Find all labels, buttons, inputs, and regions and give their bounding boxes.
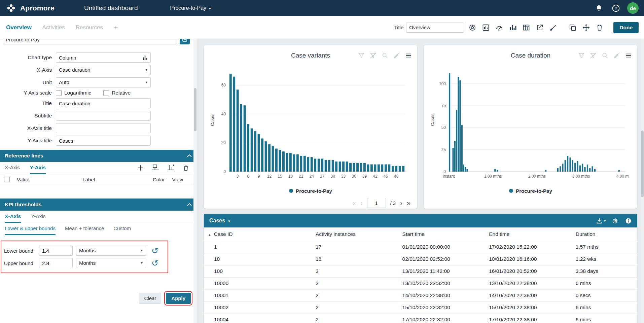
reference-tab-y-axis[interactable]: Y-Axis	[30, 162, 46, 174]
clear-button[interactable]: Clear	[139, 293, 161, 304]
lower-bound-unit-select[interactable]: Months ▾	[76, 246, 146, 256]
chart-legend[interactable]: Procure-to-Pay	[429, 186, 632, 195]
tab-title-input[interactable]	[406, 23, 464, 33]
donut-chart-widget-icon[interactable]	[467, 23, 477, 33]
cases-table: ▴Case ID Activity instances Start time E…	[204, 227, 637, 323]
delete-reference-lines-icon[interactable]	[182, 165, 189, 172]
kpi-tab-y-axis[interactable]: Y-Axis	[31, 211, 45, 223]
reference-lines-header[interactable]: Reference lines	[0, 150, 197, 162]
gauge-widget-icon[interactable]: 01	[494, 23, 504, 33]
subtab-lower-upper-bounds[interactable]: Lower & upper bounds	[5, 223, 56, 235]
panel-scrollbar[interactable]	[193, 39, 197, 323]
panel-scrollbar-thumb[interactable]	[194, 88, 196, 131]
tab-activities[interactable]: Activities	[42, 22, 65, 33]
column-duration[interactable]: Duration	[572, 227, 637, 241]
tab-overview[interactable]: Overview	[6, 22, 32, 33]
table-row[interactable]: 11701/01/2020 00:00:0017/02/2020 15:22:0…	[204, 241, 637, 253]
help-icon[interactable]: ?	[610, 2, 622, 14]
lower-bound-input[interactable]	[39, 246, 73, 256]
download-icon[interactable]: ▾	[596, 217, 606, 224]
add-tab-button[interactable]: +	[114, 24, 118, 32]
column-start-time[interactable]: Start time	[399, 227, 486, 241]
filter-icon[interactable]	[578, 52, 585, 59]
svg-text:27: 27	[320, 174, 325, 179]
upper-bound-input[interactable]	[39, 258, 73, 268]
pagination-last-icon[interactable]: »	[407, 200, 410, 206]
move-widget-icon[interactable]	[581, 23, 591, 33]
checkbox-icon[interactable]	[103, 90, 109, 96]
apply-button[interactable]: Apply	[166, 293, 191, 304]
add-band-line-icon[interactable]	[167, 164, 175, 172]
reset-upper-bound-icon[interactable]: ↺	[151, 259, 158, 267]
copy-widget-icon[interactable]	[568, 23, 578, 33]
window-scrollbar[interactable]	[641, 39, 644, 323]
chart-legend[interactable]: Procure-to-Pay	[209, 186, 412, 195]
log-options-button[interactable]	[180, 39, 190, 44]
chart-type-field[interactable]	[56, 52, 151, 63]
reference-tab-x-axis[interactable]: X-Axis	[5, 162, 20, 174]
table-row[interactable]: 10002215/10/2020 22:32:0015/10/2020 22:3…	[204, 301, 637, 314]
kpi-tab-x-axis[interactable]: X-Axis	[5, 211, 21, 223]
brush-icon[interactable]	[548, 23, 558, 33]
relative-checkbox[interactable]: Relative	[103, 90, 131, 96]
cases-selector-dropdown[interactable]: Cases ▾	[209, 218, 230, 224]
collapse-chevron-icon[interactable]	[187, 154, 192, 157]
zoom-icon[interactable]	[382, 52, 388, 59]
pagination-page-input[interactable]	[367, 198, 386, 208]
checkbox-icon[interactable]	[56, 90, 62, 96]
table-row[interactable]: 101802/01/2020 02:52:0010/01/2020 16:16:…	[204, 253, 637, 265]
done-button[interactable]: Done	[613, 22, 639, 33]
y-axis-title-input[interactable]	[56, 136, 150, 145]
chart-type-input[interactable]	[56, 53, 150, 62]
apromore-logo-icon[interactable]	[5, 2, 17, 14]
delete-widget-icon[interactable]	[595, 23, 605, 33]
annotate-off-icon[interactable]	[393, 52, 400, 59]
add-reference-line-icon[interactable]	[137, 165, 144, 171]
upper-bound-unit-select[interactable]: Months ▾	[76, 258, 146, 268]
column-case-id[interactable]: ▴Case ID	[204, 227, 312, 241]
unit-select[interactable]: Auto ▾	[56, 77, 151, 87]
chart-menu-icon[interactable]	[625, 52, 632, 59]
select-all-checkbox[interactable]	[4, 177, 10, 182]
kpi-thresholds-header[interactable]: KPI thresholds	[0, 199, 197, 211]
window-scrollbar-thumb[interactable]	[641, 131, 644, 197]
log-filter-input[interactable]	[3, 39, 176, 44]
bar-chart-widget-icon[interactable]	[508, 23, 518, 33]
annotate-off-icon[interactable]	[613, 52, 620, 59]
chart-title-input[interactable]	[56, 99, 150, 108]
column-activity-instances[interactable]: Activity instances	[312, 227, 399, 241]
collapse-chevron-icon[interactable]	[187, 203, 192, 206]
log-selector-dropdown[interactable]: Procure-to-Pay ▾	[170, 5, 211, 11]
user-avatar[interactable]: de	[627, 2, 639, 14]
table-row[interactable]: 100313/01/2020 11:42:0016/01/2020 20:52:…	[204, 265, 637, 277]
logarithmic-checkbox[interactable]: Logarithmic	[56, 90, 91, 96]
chart-box-widget-icon[interactable]	[481, 23, 491, 33]
subtab-mean-tolerance[interactable]: Mean + tolerance	[65, 223, 104, 235]
pagination-next-icon[interactable]: ›	[400, 200, 402, 206]
info-icon[interactable]	[625, 217, 632, 224]
filter-off-icon[interactable]	[370, 52, 377, 59]
add-labeled-line-icon[interactable]	[151, 164, 159, 172]
filter-off-icon[interactable]	[590, 52, 597, 59]
table-row[interactable]: 10001214/10/2020 22:38:0014/10/2020 22:3…	[204, 289, 637, 301]
reset-lower-bound-icon[interactable]: ↺	[151, 247, 158, 255]
x-axis-title-input[interactable]	[56, 123, 150, 133]
x-axis-select[interactable]: Case duration ▾	[56, 65, 151, 75]
chart-menu-icon[interactable]	[405, 52, 412, 59]
subtitle-input[interactable]	[56, 111, 150, 120]
tab-resources[interactable]: Resources	[76, 22, 103, 33]
export-icon[interactable]	[535, 23, 545, 33]
table-row[interactable]: 10004217/10/2020 22:32:0017/10/2020 22:3…	[204, 314, 637, 323]
table-row[interactable]: 10000213/10/2020 22:32:0013/10/2020 22:3…	[204, 277, 637, 289]
pagination-first-icon[interactable]: «	[352, 200, 356, 206]
pagination-prev-icon[interactable]: ‹	[360, 200, 363, 206]
filter-icon[interactable]	[358, 52, 365, 59]
zoom-icon[interactable]	[602, 52, 608, 59]
svg-text:24: 24	[310, 174, 314, 179]
table-widget-icon[interactable]	[521, 23, 531, 33]
column-end-time[interactable]: End time	[486, 227, 572, 241]
table-settings-gear-icon[interactable]	[612, 217, 619, 224]
notifications-bell-icon[interactable]	[593, 2, 605, 14]
upper-bound-row: Upper bound Months ▾ ↺	[4, 258, 165, 268]
subtab-custom[interactable]: Custom	[113, 223, 131, 235]
